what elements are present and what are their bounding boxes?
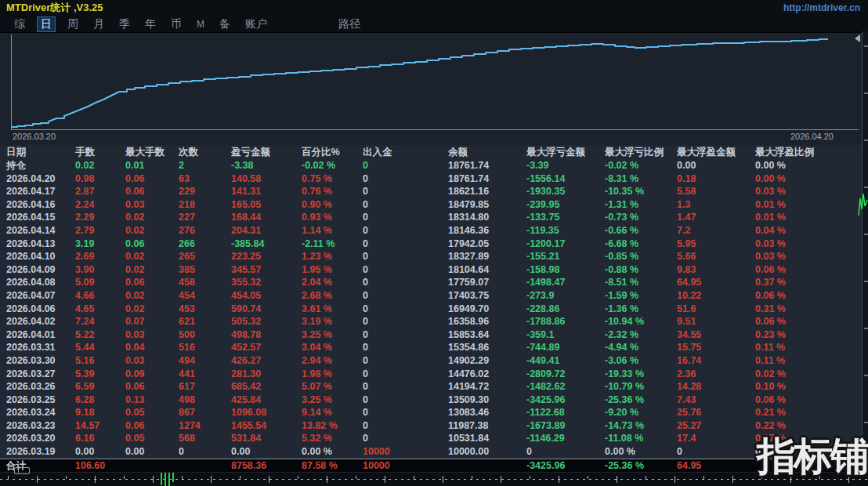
- cell-max-lots: 0.05: [125, 406, 179, 419]
- table-row: 2026.03.266.590.06617685.425.07 %014194.…: [0, 380, 862, 394]
- time-tick: [327, 476, 327, 483]
- cell-max-float-loss: -228.86: [526, 303, 605, 316]
- cell-max-lots: 0.03: [125, 354, 179, 368]
- cell-count: 498: [179, 394, 231, 407]
- column-header-count: 次数: [179, 145, 231, 159]
- table-row: 2026.03.249.180.058671096.089.14 %013083…: [0, 406, 862, 419]
- cell-max-float-profit-pct: 0.11 %: [755, 354, 862, 368]
- cell-max-float-profit-pct: 0.00 %: [755, 159, 862, 172]
- menu-item-5[interactable]: 季: [116, 16, 133, 32]
- table-row: 2026.04.093.900.02385345.571.95 %018104.…: [0, 263, 862, 277]
- cell-max-float-profit: 10.22: [677, 289, 755, 303]
- cell-max-float-profit: 15.75: [677, 341, 755, 354]
- cell-max-float-profit: 1.47: [677, 211, 755, 224]
- time-tick: [240, 476, 241, 479]
- cell-max-float-loss-pct: -14.73 %: [605, 419, 677, 433]
- cell-count: 568: [179, 432, 231, 445]
- cell-max-float-profit: 64.95: [677, 276, 755, 289]
- cell-count: 385: [179, 263, 231, 277]
- menu-item-10[interactable]: 账户: [242, 16, 270, 32]
- time-tick: [356, 476, 356, 479]
- time-tick: [37, 476, 38, 483]
- cell-max-float-profit: 0: [677, 445, 755, 459]
- volume-bar: [168, 473, 170, 486]
- menu-item-8[interactable]: M: [193, 18, 208, 31]
- cell-count: 458: [179, 276, 231, 289]
- cell-pct: 0.93 %: [302, 211, 363, 224]
- cell-cash-flow: 0: [363, 198, 448, 212]
- cell-balance: 14194.72: [448, 380, 526, 394]
- volume-bar: [172, 473, 174, 482]
- menu-item-2[interactable]: 日: [37, 16, 56, 32]
- time-tick: [501, 476, 501, 483]
- cell-lots: 2.69: [75, 250, 125, 263]
- time-tick: [182, 476, 183, 479]
- cell-count: 454: [179, 289, 231, 303]
- price-scale-strip: [862, 31, 868, 473]
- cell-lots: 0.00: [75, 445, 125, 459]
- cell-cash-flow: 0: [363, 224, 448, 238]
- table-row: 2026.04.015.220.03500498.783.25 %015853.…: [0, 328, 862, 342]
- cell-max-lots: 0.02: [125, 289, 179, 303]
- cell-date: 2026.04.06: [6, 303, 75, 316]
- cell-date: 2026.04.14: [6, 224, 75, 238]
- volume-bar: [161, 473, 162, 485]
- table-row: 2026.04.142.790.02276204.311.14 %018146.…: [0, 224, 862, 238]
- menu-item-6[interactable]: 年: [142, 16, 159, 32]
- cell-pnl: 204.31: [231, 224, 302, 238]
- cell-date: 2026.04.08: [6, 276, 75, 289]
- volume-bar: [165, 473, 166, 486]
- title-bar: MTDriver统计 ,V3.25 http://mtdriver.cn: [0, 0, 868, 16]
- menu-item-9[interactable]: 备: [216, 16, 233, 32]
- chart-start-date-label: 2026.03.20: [13, 132, 56, 141]
- price-tick: [864, 281, 868, 282]
- table-row: 2026.04.074.660.02454454.052.68 %017403.…: [0, 289, 862, 303]
- menu-item-1[interactable]: 综: [11, 16, 28, 32]
- cell-cash-flow: 0: [363, 159, 448, 172]
- cell-balance: 17942.05: [448, 238, 526, 251]
- price-tick: [864, 422, 868, 423]
- cell-max-float-profit: 7.43: [677, 394, 755, 407]
- website-link[interactable]: http://mtdriver.cn: [783, 2, 860, 13]
- column-header-pct: 百分比%: [302, 145, 363, 159]
- cell-count: 867: [179, 406, 231, 419]
- table-header-row: 日期手数最大手数次数盈亏金额百分比%出入金余额最大浮亏金额最大浮亏比例最大浮盈金…: [0, 145, 862, 159]
- table-row: 2026.03.256.280.13498425.843.25 %013509.…: [0, 394, 862, 407]
- cell-max-float-loss-pct: -3.06 %: [605, 354, 677, 368]
- menu-item-7[interactable]: 币: [168, 16, 185, 32]
- cell-balance: 18104.64: [448, 263, 526, 277]
- cell-max-float-profit-pct: 0.06 %: [755, 263, 862, 277]
- cell-cash-flow: 0: [363, 432, 448, 445]
- cell-pct: 3.25 %: [302, 328, 363, 342]
- menu-item-4[interactable]: 月: [90, 16, 107, 32]
- cell-max-float-loss: -3425.96: [526, 394, 605, 407]
- subwindow-icon[interactable]: [14, 467, 30, 474]
- cell-pnl: 452.57: [231, 341, 302, 354]
- column-header-lots: 手数: [75, 145, 125, 159]
- table-row: 2026.04.152.290.02227168.440.93 %018314.…: [0, 211, 862, 224]
- cell-date: 2026.04.20: [6, 172, 75, 186]
- cell-pct: 1.98 %: [302, 368, 363, 381]
- statistics-table: 日期手数最大手数次数盈亏金额百分比%出入金余额最大浮亏金额最大浮亏比例最大浮盈金…: [0, 145, 862, 472]
- cell-max-float-profit-pct: 0.23 %: [755, 328, 862, 342]
- cell-cash-flow: 0: [363, 211, 448, 224]
- cell-date: 持仓: [6, 159, 75, 172]
- time-tick: [66, 476, 67, 479]
- cell-pct: 0.00 %: [302, 445, 363, 459]
- cell-balance: 18761.74: [448, 172, 526, 186]
- time-tick: [443, 476, 443, 483]
- cell-max-float-profit-pct: 0.02 %: [755, 368, 862, 381]
- cell-pnl: 168.44: [231, 211, 302, 224]
- table-row: 2026.03.315.440.04516452.573.04 %015354.…: [0, 341, 862, 354]
- cell-max-float-profit: 2.36: [677, 368, 755, 381]
- cell-cash-flow: 10000: [363, 459, 448, 472]
- time-tick: [8, 476, 9, 479]
- cell-max-lots: 0.04: [125, 341, 179, 354]
- cell-max-float-profit: 64.95: [677, 459, 755, 472]
- menu-item-11[interactable]: 路径: [335, 16, 363, 32]
- cell-count: 617: [179, 380, 231, 394]
- menu-item-3[interactable]: 周: [64, 16, 81, 32]
- cell-balance: 15354.86: [448, 341, 526, 354]
- cell-max-float-loss: -449.41: [526, 354, 605, 368]
- cell-count: 218: [179, 198, 231, 212]
